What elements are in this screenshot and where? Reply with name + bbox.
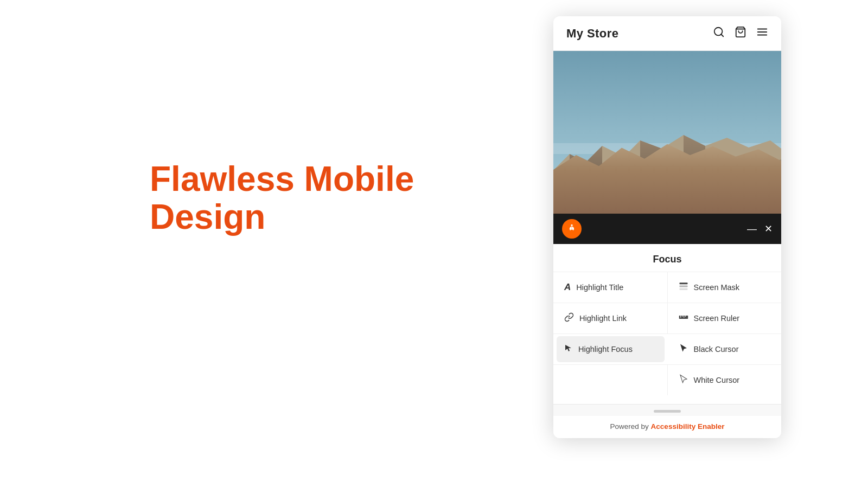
focus-panel-title: Focus [553, 244, 781, 272]
highlight-title-icon: A [564, 282, 571, 293]
store-title: My Store [566, 27, 618, 41]
svg-marker-23 [565, 345, 571, 351]
focus-row-3: Highlight Focus Black Cursor [553, 334, 781, 365]
highlight-title-option[interactable]: A Highlight Title [553, 272, 668, 303]
svg-line-1 [721, 34, 723, 36]
store-hero-image [553, 51, 781, 214]
minimize-button[interactable]: — [747, 224, 757, 234]
svg-rect-15 [679, 282, 687, 284]
svg-marker-9 [553, 157, 781, 214]
screen-mask-option[interactable]: Screen Mask [668, 272, 782, 303]
panel-footer: Powered by Accessibility Enabler [553, 416, 781, 438]
mobile-device-frame: My Store [553, 16, 781, 438]
accessibility-enabler-link[interactable]: Accessibility Enabler [651, 422, 725, 431]
highlight-link-label: Highlight Link [579, 314, 627, 323]
svg-marker-13 [553, 180, 781, 214]
highlight-link-option[interactable]: Highlight Link [553, 303, 668, 333]
black-cursor-icon [679, 343, 688, 355]
svg-rect-16 [679, 286, 687, 287]
svg-rect-17 [679, 288, 687, 290]
focus-row-4: White Cursor [553, 365, 781, 395]
highlight-focus-icon [564, 344, 573, 355]
highlight-focus-option[interactable]: Highlight Focus [557, 336, 665, 362]
focus-row-2: Highlight Link Screen Ruler [553, 303, 781, 334]
screen-ruler-option[interactable]: Screen Ruler [668, 303, 782, 333]
accessibility-toolbar: — ✕ [553, 214, 781, 244]
svg-rect-6 [553, 51, 781, 214]
highlight-link-icon [564, 312, 574, 324]
highlight-title-label: Highlight Title [576, 283, 623, 292]
white-cursor-option[interactable]: White Cursor [668, 365, 782, 395]
screen-mask-label: Screen Mask [694, 283, 740, 292]
menu-icon[interactable] [756, 26, 768, 41]
hero-section: Flawless Mobile Design [150, 160, 414, 236]
accessibility-icon[interactable] [562, 219, 582, 239]
nav-icons-group [713, 26, 768, 41]
screen-ruler-icon [679, 312, 688, 324]
white-cursor-icon [679, 374, 688, 386]
svg-point-14 [571, 224, 572, 226]
screen-ruler-label: Screen Ruler [694, 314, 740, 323]
footer-text: Powered by [610, 422, 651, 431]
focus-empty-cell [553, 365, 668, 395]
white-cursor-label: White Cursor [694, 376, 740, 384]
black-cursor-option[interactable]: Black Cursor [668, 334, 782, 364]
search-icon[interactable] [713, 26, 725, 41]
scroll-handle[interactable] [654, 410, 681, 413]
cart-icon[interactable] [735, 26, 746, 41]
focus-row-1: A Highlight Title Screen Mask [553, 272, 781, 303]
close-button[interactable]: ✕ [764, 224, 773, 234]
toolbar-controls: — ✕ [747, 224, 773, 234]
screen-mask-icon [679, 281, 688, 293]
focus-panel: Focus A Highlight Title Screen Mask [553, 244, 781, 404]
hero-title: Flawless Mobile Design [150, 160, 414, 236]
store-navbar: My Store [553, 16, 781, 51]
highlight-focus-label: Highlight Focus [578, 345, 633, 354]
scroll-area [553, 404, 781, 416]
black-cursor-label: Black Cursor [694, 345, 739, 354]
